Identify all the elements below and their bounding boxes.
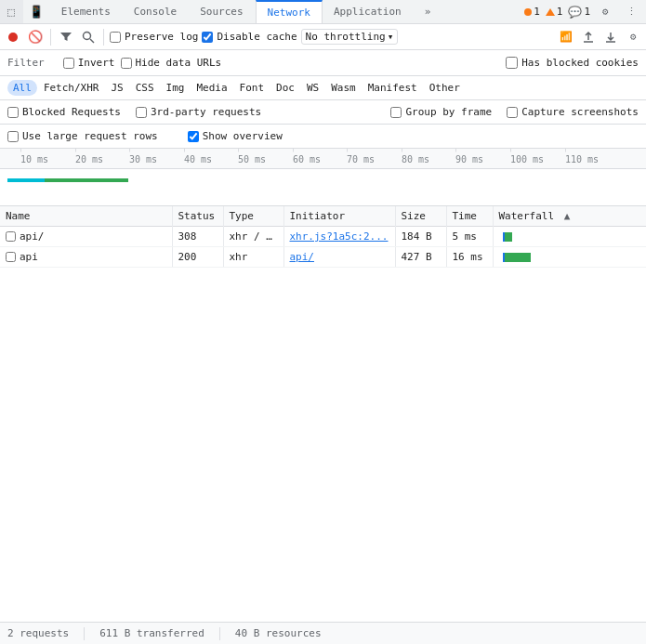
hide-data-urls-option[interactable]: Hide data URLs [121, 57, 222, 69]
options-row-1: Blocked Requests 3rd-party requests Grou… [0, 100, 646, 125]
col-header-time[interactable]: Time [446, 206, 493, 227]
throttle-select[interactable]: No throttling ▾ [301, 29, 399, 45]
col-header-status[interactable]: Status [172, 206, 223, 227]
settings-icon-btn[interactable]: ⚙ [596, 3, 614, 21]
download-icon [604, 31, 617, 44]
show-overview-checkbox[interactable] [188, 131, 199, 142]
more-icon-btn[interactable]: ⋮ [620, 3, 642, 21]
type-filter-row: All Fetch/XHR JS CSS Img Media Font Doc … [0, 76, 646, 100]
cell-initiator[interactable]: xhr.js?1a5c:2... [283, 227, 395, 247]
requests-table-container[interactable]: Name Status Type Initiator Size Time [0, 206, 646, 622]
triangle-indicator: 1 [546, 6, 563, 18]
filter-label: Filter [7, 57, 45, 69]
show-overview-option[interactable]: Show overview [188, 130, 283, 142]
network-settings-button[interactable]: ⚙ [624, 28, 642, 46]
cell-time: 5 ms [446, 227, 493, 247]
timeline-area [0, 169, 646, 206]
hide-data-urls-checkbox[interactable] [121, 58, 132, 69]
type-btn-js[interactable]: JS [105, 80, 128, 96]
cell-initiator[interactable]: api/ [283, 247, 395, 268]
blocked-requests-option[interactable]: Blocked Requests [7, 106, 121, 118]
col-header-size[interactable]: Size [395, 206, 446, 227]
status-sep-2 [219, 627, 220, 640]
timeline-header: 10 ms20 ms30 ms40 ms50 ms60 ms70 ms80 ms… [0, 149, 646, 169]
cell-waterfall [493, 247, 646, 268]
table-body: api/308xhr / ...xhr.js?1a5c:2...184 B5 m… [0, 227, 646, 268]
type-btn-wasm[interactable]: Wasm [325, 80, 362, 96]
type-btn-all[interactable]: All [7, 80, 37, 96]
col-header-initiator[interactable]: Initiator [283, 206, 395, 227]
wf-green-segment [505, 232, 512, 242]
timeline-tick: 70 ms [347, 153, 375, 164]
tab-bar-right: 1 1 💬 1 ⚙ ⋮ [524, 3, 646, 21]
tab-more[interactable]: » [414, 0, 443, 23]
tab-network[interactable]: Network [256, 0, 323, 23]
devtools-icon-device[interactable]: 📱 [23, 0, 50, 23]
options-left: Blocked Requests 3rd-party requests [7, 106, 261, 118]
devtools-icon-select[interactable]: ⬚ [0, 0, 23, 23]
disable-cache-label[interactable]: Disable cache [202, 31, 297, 43]
cell-type: xhr [223, 247, 283, 268]
wifi-icon: 📶 [560, 31, 573, 43]
cell-type: xhr / ... [223, 227, 283, 247]
third-party-option[interactable]: 3rd-party requests [136, 106, 261, 118]
preserve-log-checkbox[interactable] [110, 32, 121, 43]
group-by-frame-option[interactable]: Group by frame [390, 106, 492, 118]
cell-size: 184 B [395, 227, 446, 247]
tab-console[interactable]: Console [123, 0, 189, 23]
type-btn-other[interactable]: Other [424, 80, 466, 96]
throttle-arrow-icon: ▾ [388, 31, 394, 43]
export-button[interactable] [601, 28, 620, 46]
col-header-name[interactable]: Name [0, 206, 172, 227]
type-btn-ws[interactable]: WS [301, 80, 324, 96]
type-btn-media[interactable]: Media [191, 80, 232, 96]
disable-cache-checkbox[interactable] [202, 32, 213, 43]
type-btn-css[interactable]: CSS [130, 80, 160, 96]
has-blocked-cookies[interactable]: Has blocked cookies [506, 57, 639, 69]
options-row-2: Use large request rows Show overview [0, 125, 646, 149]
search-button[interactable] [79, 28, 98, 46]
blocked-requests-checkbox[interactable] [7, 107, 19, 118]
group-by-frame-checkbox[interactable] [390, 107, 402, 118]
row-checkbox[interactable] [6, 252, 16, 262]
gear-icon: ⚙ [630, 31, 637, 43]
cell-name: api/ [0, 227, 172, 247]
table-row[interactable]: api/308xhr / ...xhr.js?1a5c:2...184 B5 m… [0, 227, 646, 247]
import-button[interactable] [579, 28, 598, 46]
has-blocked-cookies-checkbox[interactable] [506, 57, 518, 69]
cell-time: 16 ms [446, 247, 493, 268]
cell-waterfall [493, 227, 646, 247]
capture-screenshots-option[interactable]: Capture screenshots [507, 106, 639, 118]
third-party-checkbox[interactable] [136, 107, 147, 118]
col-header-waterfall[interactable]: Waterfall ▲ [493, 206, 646, 227]
type-btn-fetch-xhr[interactable]: Fetch/XHR [38, 80, 105, 96]
tab-sources[interactable]: Sources [189, 0, 255, 23]
requests-count: 2 requests [7, 627, 69, 639]
filter-button[interactable] [57, 28, 75, 46]
col-header-type[interactable]: Type [223, 206, 283, 227]
svg-line-1 [90, 39, 94, 43]
type-btn-manifest[interactable]: Manifest [363, 80, 423, 96]
type-btn-font[interactable]: Font [234, 80, 270, 96]
wifi-icon-btn[interactable]: 📶 [557, 28, 575, 46]
cell-status: 200 [172, 247, 223, 268]
tab-application[interactable]: Application [323, 0, 414, 23]
type-btn-img[interactable]: Img [161, 80, 191, 96]
filter-icon [59, 31, 73, 44]
invert-option[interactable]: Invert [63, 57, 115, 69]
cell-status: 308 [172, 227, 223, 247]
table-row[interactable]: api200xhrapi/427 B16 ms [0, 247, 646, 268]
tab-elements[interactable]: Elements [50, 0, 123, 23]
row-checkbox[interactable] [6, 231, 16, 242]
invert-checkbox[interactable] [63, 58, 74, 69]
large-rows-checkbox[interactable] [7, 131, 19, 142]
clear-button[interactable]: 🚫 [26, 28, 45, 46]
timeline-ticks: 10 ms20 ms30 ms40 ms50 ms60 ms70 ms80 ms… [7, 149, 639, 168]
timeline-tick: 30 ms [129, 153, 157, 164]
large-rows-option[interactable]: Use large request rows [7, 130, 158, 142]
type-btn-doc[interactable]: Doc [270, 80, 300, 96]
record-button[interactable] [4, 28, 22, 46]
timeline-tick: 40 ms [184, 153, 212, 164]
capture-screenshots-checkbox[interactable] [507, 107, 518, 118]
preserve-log-label[interactable]: Preserve log [110, 31, 198, 43]
